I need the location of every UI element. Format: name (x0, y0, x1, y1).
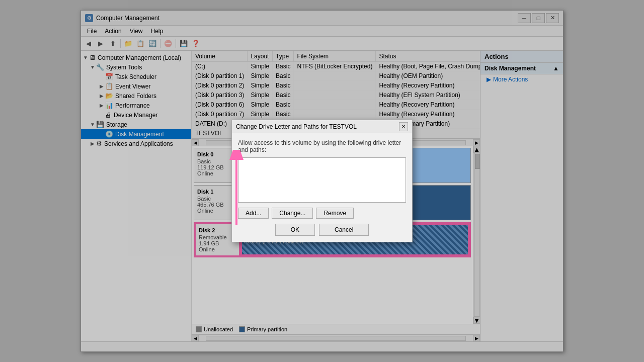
ok-button[interactable]: OK (275, 224, 315, 236)
dialog-title-text: Change Drive Letter and Paths for TESTVO… (236, 123, 399, 130)
cancel-button[interactable]: Cancel (319, 224, 369, 236)
dialog-overlay: Change Drive Letter and Paths for TESTVO… (0, 0, 644, 362)
change-drive-letter-dialog: Change Drive Letter and Paths for TESTVO… (231, 120, 413, 242)
dialog-description: Allow access to this volume by using the… (238, 139, 406, 153)
drive-letter-listbox[interactable] (238, 157, 406, 203)
remove-button[interactable]: Remove (316, 208, 354, 219)
dialog-wrapper: Change Drive Letter and Paths for TESTVO… (231, 120, 413, 242)
dialog-ok-cancel-buttons: OK Cancel (238, 224, 406, 236)
change-button[interactable]: Change... (272, 208, 313, 219)
dialog-body: Allow access to this volume by using the… (232, 133, 412, 242)
dialog-action-buttons: Add... Change... Remove (238, 208, 406, 219)
add-button[interactable]: Add... (238, 208, 269, 219)
dialog-title-bar: Change Drive Letter and Paths for TESTVO… (232, 120, 412, 133)
dialog-close-button[interactable]: ✕ (399, 122, 408, 131)
